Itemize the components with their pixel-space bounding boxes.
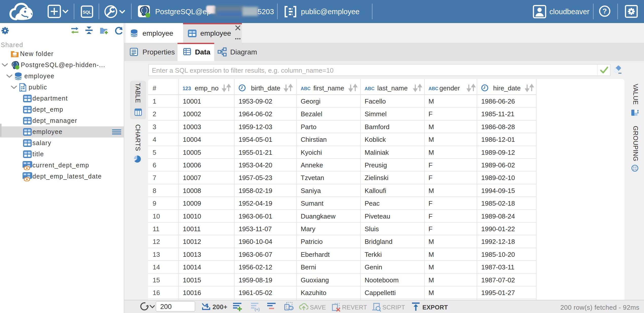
svg-text:SQL: SQL bbox=[83, 10, 91, 15]
svg-text:?: ? bbox=[602, 7, 607, 15]
svg-text:(+): (+) bbox=[255, 307, 260, 311]
